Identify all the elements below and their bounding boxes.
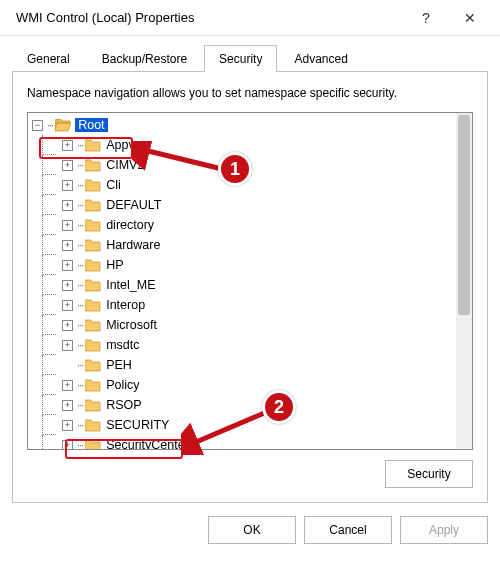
title-bar: WMI Control (Local) Properties ? ✕ — [0, 0, 500, 36]
tree-node-label: Appv — [105, 138, 136, 152]
ok-button[interactable]: OK — [208, 516, 296, 544]
folder-icon — [85, 239, 101, 252]
vertical-scrollbar[interactable] — [456, 113, 472, 449]
tree-node-label: SECURITY — [105, 418, 170, 432]
tab-advanced[interactable]: Advanced — [279, 45, 362, 73]
tree-node-label: Microsoft — [105, 318, 158, 332]
tree-node-label: PEH — [105, 358, 133, 372]
expand-icon[interactable]: + — [62, 160, 73, 171]
expand-icon[interactable]: + — [62, 340, 73, 351]
namespace-tree[interactable]: − ··· Root + ··· Appv + ··· CIMV2 + ··· … — [28, 113, 456, 449]
tree-node-label: CIMV2 — [105, 158, 145, 172]
folder-icon — [85, 339, 101, 352]
tree-node[interactable]: + ··· HP — [32, 255, 456, 275]
expand-icon[interactable]: + — [62, 280, 73, 291]
tree-node-label: HP — [105, 258, 124, 272]
tree-node-root[interactable]: − ··· Root — [32, 115, 456, 135]
tab-strip: General Backup/Restore Security Advanced — [0, 36, 500, 72]
namespace-tree-container: − ··· Root + ··· Appv + ··· CIMV2 + ··· … — [27, 112, 473, 450]
folder-icon — [85, 159, 101, 172]
close-button[interactable]: ✕ — [448, 0, 492, 36]
expand-icon[interactable]: + — [62, 240, 73, 251]
tab-backup-restore[interactable]: Backup/Restore — [87, 45, 202, 73]
scrollbar-thumb[interactable] — [458, 115, 470, 315]
expand-icon[interactable]: + — [62, 300, 73, 311]
folder-icon — [85, 419, 101, 432]
help-button[interactable]: ? — [404, 0, 448, 36]
tree-node[interactable]: + ··· DEFAULT — [32, 195, 456, 215]
tree-node[interactable]: + ··· Policy — [32, 375, 456, 395]
tree-node-label: msdtc — [105, 338, 140, 352]
expand-icon[interactable]: + — [62, 180, 73, 191]
folder-icon — [85, 139, 101, 152]
tree-node[interactable]: + ··· Cli — [32, 175, 456, 195]
tree-node[interactable]: + ··· Hardware — [32, 235, 456, 255]
expand-icon[interactable]: + — [62, 140, 73, 151]
folder-icon — [85, 279, 101, 292]
security-button[interactable]: Security — [385, 460, 473, 488]
tree-node-label: Interop — [105, 298, 146, 312]
expand-icon[interactable]: + — [62, 440, 73, 450]
apply-button[interactable]: Apply — [400, 516, 488, 544]
folder-icon — [85, 199, 101, 212]
tree-node[interactable]: + ··· SECURITY — [32, 415, 456, 435]
tree-node[interactable]: ··· PEH — [32, 355, 456, 375]
cancel-button[interactable]: Cancel — [304, 516, 392, 544]
expand-icon[interactable]: + — [62, 400, 73, 411]
folder-icon — [85, 359, 101, 372]
tree-node-label: Hardware — [105, 238, 161, 252]
tree-node-label: directory — [105, 218, 155, 232]
folder-icon — [85, 319, 101, 332]
security-panel: Namespace navigation allows you to set n… — [12, 71, 488, 503]
folder-open-icon — [55, 119, 71, 132]
expand-icon[interactable]: + — [62, 380, 73, 391]
tree-node[interactable]: + ··· msdtc — [32, 335, 456, 355]
folder-icon — [85, 259, 101, 272]
folder-icon — [85, 299, 101, 312]
tree-node[interactable]: + ··· Appv — [32, 135, 456, 155]
tree-node[interactable]: + ··· Intel_ME — [32, 275, 456, 295]
tree-node-label: RSOP — [105, 398, 142, 412]
tree-node-label: Intel_ME — [105, 278, 156, 292]
tab-security[interactable]: Security — [204, 45, 277, 73]
expand-icon[interactable]: + — [62, 200, 73, 211]
tree-node-label: Root — [75, 118, 107, 132]
tree-node[interactable]: + ··· RSOP — [32, 395, 456, 415]
tree-node-label: DEFAULT — [105, 198, 162, 212]
expand-icon[interactable]: + — [62, 260, 73, 271]
window-title: WMI Control (Local) Properties — [16, 10, 404, 25]
expand-icon[interactable]: + — [62, 420, 73, 431]
folder-icon — [85, 399, 101, 412]
tree-node-label: SecurityCenter — [105, 438, 190, 449]
tab-general[interactable]: General — [12, 45, 85, 73]
tree-node[interactable]: + ··· directory — [32, 215, 456, 235]
folder-icon — [85, 179, 101, 192]
expand-icon[interactable]: − — [32, 120, 43, 131]
tree-node[interactable]: + ··· CIMV2 — [32, 155, 456, 175]
tree-node-label: Policy — [105, 378, 140, 392]
folder-icon — [85, 439, 101, 450]
tree-node[interactable]: + ··· Microsoft — [32, 315, 456, 335]
expand-icon[interactable]: + — [62, 320, 73, 331]
folder-icon — [85, 219, 101, 232]
panel-description: Namespace navigation allows you to set n… — [27, 86, 473, 100]
folder-icon — [85, 379, 101, 392]
tree-node[interactable]: + ··· Interop — [32, 295, 456, 315]
expand-icon[interactable]: + — [62, 220, 73, 231]
tree-node-label: Cli — [105, 178, 122, 192]
tree-node[interactable]: + ··· SecurityCenter — [32, 435, 456, 449]
dialog-button-row: OK Cancel Apply — [0, 516, 500, 558]
